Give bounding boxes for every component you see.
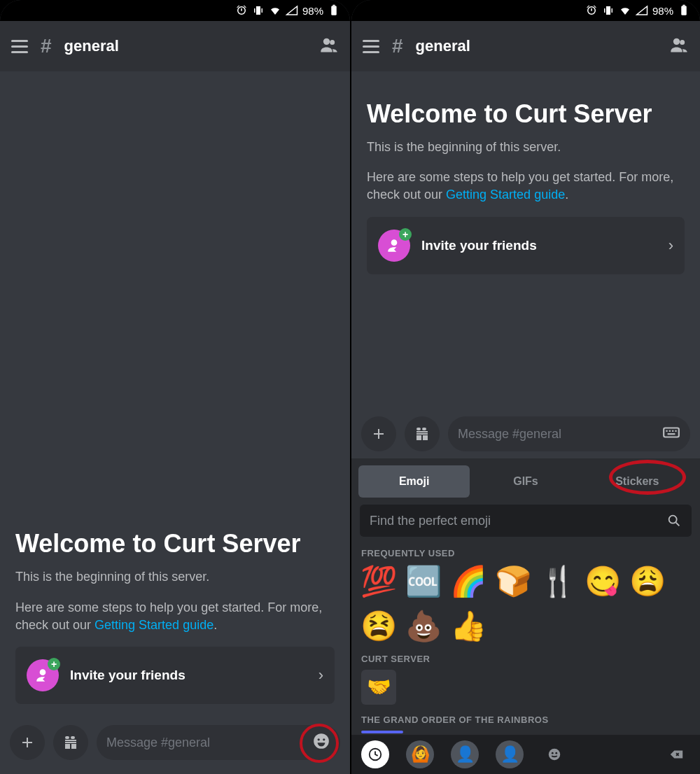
custom-emoji[interactable]: 🤝 (361, 670, 396, 705)
menu-button[interactable] (363, 40, 379, 53)
gift-button[interactable] (53, 725, 88, 760)
welcome-title: Welcome to Curt Server (15, 529, 335, 558)
emoji-item[interactable]: 😋 (585, 564, 620, 599)
chevron-right-icon: › (668, 237, 673, 255)
svg-point-16 (552, 752, 554, 754)
category-recent-button[interactable] (361, 740, 389, 768)
channel-name: general (64, 37, 119, 55)
menu-button[interactable] (11, 40, 28, 53)
emoji-frequent-grid: 💯🆒🌈🍞🍴😋😩😫💩👍 (351, 564, 700, 649)
gift-button[interactable] (405, 416, 440, 451)
tab-gifs[interactable]: GIFs (470, 465, 581, 498)
svg-rect-12 (668, 433, 676, 435)
svg-point-13 (669, 516, 677, 523)
signal-icon (636, 4, 648, 17)
members-button[interactable] (319, 35, 339, 57)
tab-stickers[interactable]: Stickers (582, 465, 693, 498)
svg-point-2 (314, 733, 329, 749)
getting-started-link[interactable]: Getting Started guide (446, 188, 565, 202)
message-input[interactable]: Message #general (97, 725, 340, 760)
battery-icon (328, 4, 340, 17)
hash-icon: # (392, 35, 403, 57)
battery-text: 98% (302, 5, 323, 17)
invite-avatar-icon: + (27, 659, 59, 691)
tab-emoji[interactable]: Emoji (358, 465, 470, 498)
svg-rect-9 (669, 430, 671, 432)
alarm-icon (235, 4, 248, 17)
svg-rect-7 (664, 428, 679, 437)
channel-content: Welcome to Curt Server This is the begin… (351, 71, 700, 409)
emoji-item[interactable]: 💩 (406, 609, 441, 644)
battery-text: 98% (652, 5, 673, 17)
section-indicator (361, 731, 403, 733)
svg-rect-8 (666, 430, 667, 432)
emoji-tabs: Emoji GIFs Stickers (351, 458, 700, 498)
emoji-item[interactable]: 💯 (361, 564, 396, 599)
svg-rect-5 (681, 6, 687, 15)
section-server2: THE GRAND ORDER OF THE RAINBROS (351, 710, 700, 731)
vibrate-icon (602, 4, 615, 17)
vibrate-icon (252, 4, 265, 17)
emoji-item[interactable]: 🍴 (540, 564, 575, 599)
message-input[interactable]: Message #general (448, 416, 690, 451)
category-smileys-button[interactable] (540, 740, 568, 768)
svg-point-17 (555, 752, 557, 754)
right-screenshot: 98% # general Welcome to Curt Server Thi… (350, 0, 700, 774)
category-server-2[interactable]: 👤 (451, 740, 479, 768)
emoji-item[interactable]: 🌈 (451, 564, 486, 599)
category-server-1[interactable]: 🙆 (406, 740, 434, 768)
getting-started-link[interactable]: Getting Started guide (94, 618, 214, 632)
svg-rect-10 (672, 430, 673, 432)
signal-icon (286, 4, 298, 17)
attach-button[interactable] (361, 416, 396, 451)
wifi-icon (619, 4, 631, 17)
svg-point-3 (318, 738, 320, 740)
welcome-subtitle: This is the beginning of this server. (367, 139, 685, 156)
welcome-title: Welcome to Curt Server (367, 99, 685, 129)
plus-badge-icon: + (399, 228, 412, 241)
message-placeholder: Message #general (106, 736, 305, 750)
keyboard-toggle-button[interactable] (662, 423, 680, 444)
channel-content: Welcome to Curt Server This is the begin… (0, 71, 350, 718)
message-input-bar: Message #general (0, 718, 350, 774)
wifi-icon (269, 4, 281, 17)
svg-rect-6 (683, 5, 685, 6)
invite-friends-card[interactable]: + Invite your friends › (15, 647, 335, 704)
left-screenshot: 98% # general Welcome to Curt Server Thi… (0, 0, 350, 774)
plus-badge-icon: + (48, 658, 60, 670)
channel-header: # general (0, 21, 350, 71)
section-frequent: FREQUENTLY USED (351, 544, 700, 564)
welcome-help: Here are some steps to help you get star… (15, 599, 335, 634)
category-server-3[interactable]: 👤 (496, 740, 524, 768)
emoji-category-bar: 🙆 👤 👤 (351, 735, 700, 774)
emoji-item[interactable]: 🍞 (496, 564, 531, 599)
emoji-search-placeholder: Find the perfect emoji (370, 514, 659, 528)
emoji-item[interactable]: 😩 (630, 564, 665, 599)
channel-name: general (416, 37, 470, 55)
section-server1: CURT SERVER (351, 649, 700, 670)
invite-friends-card[interactable]: + Invite your friends › (367, 217, 685, 274)
chevron-right-icon: › (318, 666, 323, 684)
svg-rect-1 (333, 5, 335, 6)
welcome-subtitle: This is the beginning of this server. (15, 568, 335, 586)
status-bar: 98% (0, 0, 350, 21)
channel-header: # general (351, 21, 700, 71)
emoji-item[interactable]: 😫 (361, 609, 396, 644)
svg-rect-11 (675, 430, 676, 432)
members-button[interactable] (669, 35, 689, 57)
emoji-panel: Emoji GIFs Stickers Find the perfect emo… (351, 458, 700, 774)
search-icon (666, 513, 682, 528)
emoji-search-input[interactable]: Find the perfect emoji (360, 505, 692, 537)
svg-point-15 (549, 749, 561, 761)
invite-label: Invite your friends (70, 668, 307, 683)
emoji-item[interactable]: 🆒 (406, 564, 441, 599)
alarm-icon (585, 4, 598, 17)
emoji-item[interactable]: 👍 (451, 609, 486, 644)
backspace-button[interactable] (662, 740, 690, 768)
message-input-bar: Message #general (351, 409, 700, 458)
emoji-toggle-button[interactable] (312, 732, 330, 753)
status-bar: 98% (351, 0, 700, 21)
svg-point-4 (323, 738, 325, 740)
attach-button[interactable] (10, 725, 45, 760)
emoji-server1-grid: 🤝 (351, 670, 700, 710)
